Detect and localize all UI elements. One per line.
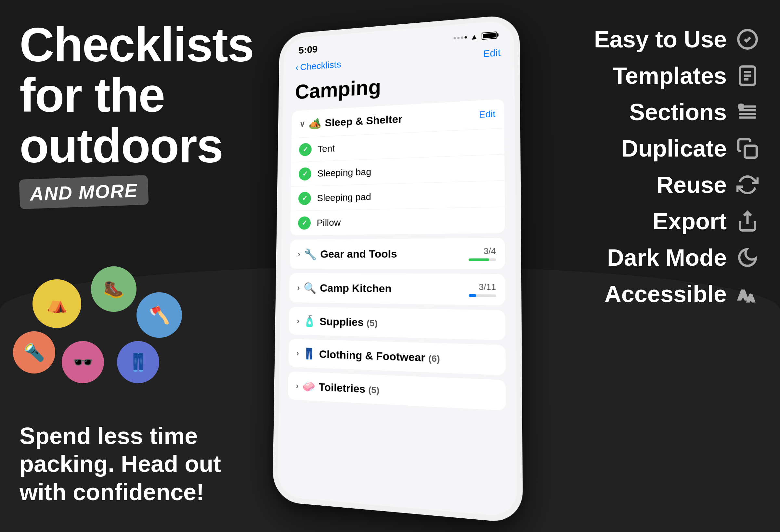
section-gear-left: › 🔧 Gear and Tools xyxy=(298,248,397,261)
chevron-down-icon: ∨ xyxy=(299,119,305,129)
check-circle-sleeping-pad: ✓ xyxy=(298,192,311,205)
section-sleep-shelter-left: ∨ 🏕️ Sleep & Shelter xyxy=(299,112,402,130)
gear-progress-text: 3/4 xyxy=(484,246,496,256)
checklist-content: Camping ∨ 🏕️ Sleep & Shelter Edit xyxy=(279,62,517,411)
section-gear-emoji: 🔧 xyxy=(304,248,317,261)
battery-icon xyxy=(482,31,497,40)
phone-container: 5:09 ▲ ‹ Che xyxy=(270,19,523,513)
and-more-badge: and more xyxy=(19,175,149,209)
check-circle-icon xyxy=(734,26,761,52)
features-panel: Easy to Use Templates Sections xyxy=(539,26,761,317)
section-toiletries: › 🧼 Toiletries (5) xyxy=(288,371,506,411)
check-label-pillow: Pillow xyxy=(316,217,341,228)
check-circle-sleeping-bag: ✓ xyxy=(299,167,311,180)
moon-svg xyxy=(736,247,759,269)
section-toiletries-title: Toiletries (5) xyxy=(319,380,379,396)
svg-rect-10 xyxy=(745,146,757,158)
feature-sections-label: Sections xyxy=(629,99,727,125)
section-sleep-edit-btn[interactable]: Edit xyxy=(479,109,496,120)
section-sleep-shelter: ∨ 🏕️ Sleep & Shelter Edit ✓ Tent xyxy=(290,99,505,235)
feature-export: Export xyxy=(539,208,761,234)
check-label-tent: Tent xyxy=(318,143,335,154)
section-clothing-emoji: 👖 xyxy=(303,347,315,360)
chevron-right-clothing-icon: › xyxy=(296,348,299,358)
kitchen-progress-bar xyxy=(469,294,496,297)
battery-fill xyxy=(483,33,496,38)
feature-templates-label: Templates xyxy=(613,62,727,89)
chevron-right-toiletries-icon: › xyxy=(296,381,299,391)
headline: Checklists for the outdoors xyxy=(19,19,263,171)
check-label-sleeping-pad: Sleeping pad xyxy=(317,191,371,203)
section-sleep-emoji: 🏕️ xyxy=(308,117,321,130)
section-clothing-title: Clothing & Footwear (6) xyxy=(319,348,440,364)
emoji-cluster: ⛺ 🥾 🪓 🔦 🕶️ 👖 xyxy=(13,266,241,377)
feature-duplicate-label: Duplicate xyxy=(621,135,727,162)
section-gear-header[interactable]: › 🔧 Gear and Tools 3/4 xyxy=(290,238,505,269)
chevron-right-kitchen-icon: › xyxy=(297,283,300,292)
check-mark-tent: ✓ xyxy=(303,146,308,154)
emoji-boot: 🥾 xyxy=(91,266,137,312)
gear-progress-bar xyxy=(469,258,496,261)
share-icon xyxy=(734,208,761,234)
copy-svg xyxy=(736,138,759,159)
headline-line2: for the xyxy=(19,68,164,122)
phone-outer: 5:09 ▲ ‹ Che xyxy=(272,14,523,524)
check-mark-pillow: ✓ xyxy=(302,219,307,227)
feature-templates: Templates xyxy=(539,62,761,89)
check-label-sleeping-bag: Sleeping bag xyxy=(317,166,371,179)
feature-dark-mode: Dark Mode xyxy=(539,244,761,271)
tagline-line1: Spend less time xyxy=(19,423,198,449)
check-circle-pillow: ✓ xyxy=(298,216,311,230)
feature-reuse: Reuse xyxy=(539,171,761,198)
emoji-sunglasses: 🕶️ xyxy=(62,341,104,383)
emoji-flashlight: 🔦 xyxy=(13,331,55,373)
back-label: Checklists xyxy=(300,59,341,72)
section-toiletries-left: › 🧼 Toiletries (5) xyxy=(296,379,379,396)
list-svg xyxy=(736,101,759,123)
section-camp-kitchen: › 🔍 Camp Kitchen 3/11 xyxy=(289,273,505,306)
check-item-pillow: ✓ Pillow xyxy=(290,207,505,235)
gear-progress-fill xyxy=(469,259,489,261)
section-sleep-title: Sleep & Shelter xyxy=(325,113,402,129)
section-clothing: › 👖 Clothing & Footwear (6) xyxy=(288,339,506,375)
svg-text:A: A xyxy=(747,293,754,303)
svg-text:A: A xyxy=(738,288,748,302)
check-mark-sleeping-bag: ✓ xyxy=(302,170,308,178)
kitchen-progress-fill xyxy=(469,294,476,297)
status-time: 5:09 xyxy=(299,44,318,56)
section-toiletries-header[interactable]: › 🧼 Toiletries (5) xyxy=(288,371,506,411)
section-kitchen-left: › 🔍 Camp Kitchen xyxy=(297,281,392,295)
section-supplies-title: Supplies (5) xyxy=(320,315,378,329)
section-supplies: › 🧴 Supplies (5) xyxy=(289,307,505,340)
emoji-axe: 🪓 xyxy=(137,292,182,338)
signal-icon xyxy=(454,36,467,39)
feature-sections: Sections xyxy=(539,99,761,125)
section-kitchen-emoji: 🔍 xyxy=(303,281,316,294)
document-icon xyxy=(734,63,761,89)
section-gear-title: Gear and Tools xyxy=(320,248,397,260)
section-supplies-emoji: 🧴 xyxy=(303,314,316,327)
feature-accessible-label: Accessible xyxy=(604,281,727,307)
document-svg xyxy=(736,65,759,87)
refresh-svg xyxy=(736,174,759,196)
section-kitchen-title: Camp Kitchen xyxy=(320,282,392,295)
chevron-right-supplies-icon: › xyxy=(297,316,299,325)
phone-inner: 5:09 ▲ ‹ Che xyxy=(277,20,517,518)
feature-duplicate: Duplicate xyxy=(539,135,761,162)
feature-easy-to-use: Easy to Use xyxy=(539,26,761,53)
back-button[interactable]: ‹ Checklists xyxy=(295,59,341,73)
section-kitchen-header[interactable]: › 🔍 Camp Kitchen 3/11 xyxy=(289,273,505,306)
check-circle-tent: ✓ xyxy=(299,143,312,156)
moon-icon xyxy=(734,245,761,271)
tagline-line2: packing. Head out xyxy=(19,451,221,477)
edit-button[interactable]: Edit xyxy=(483,47,500,59)
emoji-tent: ⛺ xyxy=(33,279,81,328)
wifi-icon: ▲ xyxy=(470,32,478,42)
section-clothing-header[interactable]: › 👖 Clothing & Footwear (6) xyxy=(288,339,506,375)
headline-line3: outdoors xyxy=(19,119,223,172)
tagline: Spend less time packing. Head out with c… xyxy=(19,422,221,506)
section-supplies-header[interactable]: › 🧴 Supplies (5) xyxy=(289,307,505,340)
section-gear-progress: 3/4 xyxy=(469,246,496,261)
text-size-icon: A A xyxy=(734,281,761,307)
refresh-icon xyxy=(734,172,761,198)
